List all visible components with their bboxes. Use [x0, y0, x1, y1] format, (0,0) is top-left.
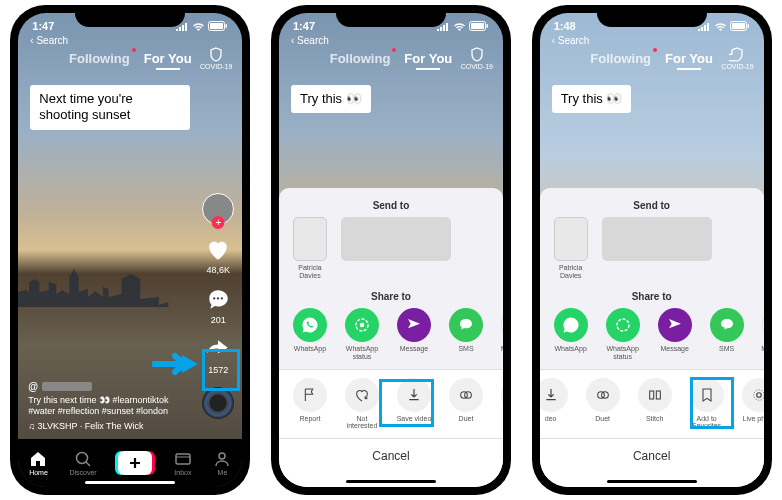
tab-following[interactable]: Following	[330, 51, 391, 66]
action-stitch[interactable]: Stitch	[497, 378, 503, 430]
status-icons	[436, 21, 489, 31]
duet-icon	[586, 378, 620, 412]
phone-frame-1: 1:47 ‹ Search Following For You COVID-19…	[10, 5, 250, 495]
nav-home[interactable]: Home	[29, 450, 48, 476]
not-interested-icon	[345, 378, 379, 412]
tab-foryou[interactable]: For You	[665, 51, 713, 66]
messenger-icon	[762, 308, 764, 342]
home-indicator[interactable]	[346, 480, 436, 483]
annotation-arrow-1	[152, 351, 200, 381]
share-sms[interactable]: SMS	[445, 308, 487, 360]
svg-rect-1	[210, 23, 223, 29]
action-save-video[interactable]: deo	[540, 378, 572, 430]
share-whatsapp-status[interactable]: WhatsApp status	[341, 308, 383, 360]
svg-rect-24	[649, 391, 653, 399]
svg-point-26	[756, 392, 761, 397]
svg-point-8	[219, 453, 225, 459]
nav-create[interactable]	[118, 451, 152, 475]
social-row[interactable]: WhatsApp WhatsApp status Message SMS Mes…	[540, 308, 764, 368]
message-icon	[658, 308, 692, 342]
comment-button[interactable]: 201	[205, 287, 231, 325]
action-duet[interactable]: Duet	[445, 378, 487, 430]
share-messenger[interactable]: Messenger	[758, 308, 764, 360]
covid-badge[interactable]: COVID-19	[461, 47, 493, 70]
contact-item[interactable]: Patricia Davies	[550, 217, 592, 279]
share-message[interactable]: Message	[654, 308, 696, 360]
contact-avatar	[554, 217, 588, 261]
covid-badge[interactable]: COVID-19	[721, 47, 753, 70]
whatsapp-status-icon	[345, 308, 379, 342]
sendto-header: Send to	[540, 200, 764, 211]
back-to-search[interactable]: ‹ Search	[30, 35, 68, 46]
svg-rect-7	[176, 454, 190, 464]
svg-rect-19	[732, 23, 745, 29]
svg-point-6	[77, 453, 88, 464]
bottom-nav: Home Discover Inbox Me	[18, 439, 242, 487]
share-whatsapp[interactable]: WhatsApp	[289, 308, 331, 360]
svg-rect-2	[226, 24, 228, 28]
action-report[interactable]: Report	[289, 378, 331, 430]
contact-avatar	[293, 217, 327, 261]
share-sms[interactable]: SMS	[706, 308, 748, 360]
nav-inbox[interactable]: Inbox	[174, 450, 192, 476]
share-whatsapp-status[interactable]: WhatsApp status	[602, 308, 644, 360]
highlight-live-photo	[690, 377, 734, 429]
svg-point-3	[213, 297, 215, 299]
contact-group[interactable]	[341, 217, 451, 279]
action-not-interested[interactable]: Not interested	[341, 378, 383, 430]
screen: 1:47 ‹ Search Following For You COVID-19…	[18, 13, 242, 487]
whatsapp-icon	[293, 308, 327, 342]
message-icon	[397, 308, 431, 342]
author-handle[interactable]: @	[28, 381, 187, 392]
contacts-row[interactable]: Patricia Davies	[279, 217, 503, 287]
social-row[interactable]: WhatsApp WhatsApp status Message SMS Mes…	[279, 308, 503, 368]
nav-me[interactable]: Me	[213, 450, 231, 476]
contacts-row[interactable]: Patricia Davies	[540, 217, 764, 287]
svg-point-27	[753, 389, 763, 400]
follow-plus-icon[interactable]: +	[212, 216, 225, 229]
screen: 1:47 ‹ Search Following For You COVID-19…	[279, 13, 503, 487]
back-to-search[interactable]: ‹ Search	[552, 35, 590, 46]
share-message[interactable]: Message	[393, 308, 435, 360]
tab-foryou[interactable]: For You	[144, 51, 192, 66]
action-live-photo[interactable]: Live photo	[738, 378, 764, 430]
svg-point-21	[617, 319, 629, 331]
contact-item[interactable]: Patricia Davies	[289, 217, 331, 279]
video-caption-overlay: Try this 👀	[291, 85, 371, 113]
sendto-header: Send to	[279, 200, 503, 211]
share-messenger[interactable]: Messenger	[497, 308, 503, 360]
duet-icon	[449, 378, 483, 412]
stitch-icon	[501, 378, 503, 412]
contact-group[interactable]	[602, 217, 712, 279]
author-avatar[interactable]: +	[202, 193, 234, 225]
like-button[interactable]: 48,6K	[205, 237, 231, 275]
status-time: 1:47	[32, 20, 54, 32]
highlight-save	[379, 379, 434, 427]
live-photo-icon	[742, 378, 764, 412]
nav-discover[interactable]: Discover	[69, 450, 96, 476]
svg-point-23	[601, 391, 608, 398]
action-stitch[interactable]: Stitch	[634, 378, 676, 430]
video-caption-overlay: Next time you're shooting sunset	[30, 85, 190, 130]
sound-disc[interactable]	[202, 387, 234, 419]
video-description[interactable]: Try this next time 👀 #learnontiktok #wat…	[28, 395, 187, 418]
action-duet[interactable]: Duet	[582, 378, 624, 430]
highlight-share	[202, 349, 240, 391]
sms-icon	[449, 308, 483, 342]
svg-rect-10	[471, 23, 484, 29]
svg-rect-25	[656, 391, 660, 399]
contact-avatar	[341, 217, 451, 261]
home-indicator[interactable]	[607, 480, 697, 483]
tab-following[interactable]: Following	[590, 51, 651, 66]
tab-following[interactable]: Following	[69, 51, 130, 66]
sound-label[interactable]: ♫ 3LVKSHP · Felix The Wick	[28, 421, 187, 431]
share-whatsapp[interactable]: WhatsApp	[550, 308, 592, 360]
home-indicator[interactable]	[85, 481, 175, 484]
covid-badge[interactable]: COVID-19	[200, 47, 232, 70]
report-icon	[293, 378, 327, 412]
shareto-header: Share to	[540, 291, 764, 302]
tab-foryou[interactable]: For You	[404, 51, 452, 66]
shareto-header: Share to	[279, 291, 503, 302]
svg-point-13	[360, 323, 365, 328]
back-to-search[interactable]: ‹ Search	[291, 35, 329, 46]
